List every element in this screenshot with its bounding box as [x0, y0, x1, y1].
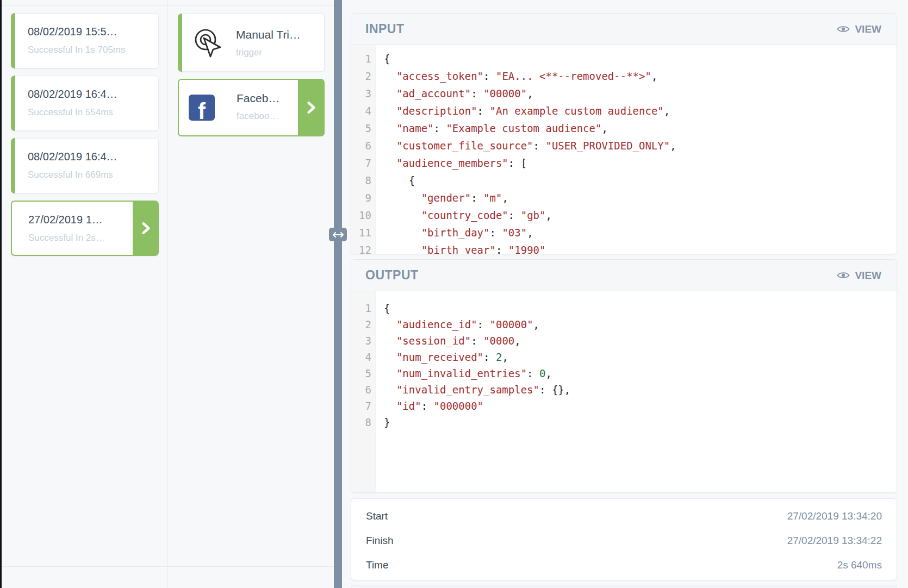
code-line: "num_received": 2, [384, 349, 570, 365]
line-number: 8 [351, 172, 371, 189]
line-number: 11 [351, 224, 371, 241]
line-number: 12 [351, 241, 371, 254]
chevron-right-icon [139, 221, 153, 235]
input-code-editor: 123456789101112 { "access_token": "EA...… [351, 45, 897, 254]
detail-value: 27/02/2019 13:34:22 [787, 535, 882, 547]
success-accent-bar [11, 138, 15, 193]
output-code-editor: 12345678 { "audience_id": "00000", "sess… [351, 291, 897, 493]
line-number: 1 [351, 300, 371, 316]
detail-value: 2s 640ms [837, 559, 882, 571]
code-line: { [384, 50, 676, 67]
input-panel-title: INPUT [365, 22, 405, 36]
line-number: 4 [351, 102, 371, 120]
output-line-number-gutter: 12345678 [351, 291, 376, 493]
code-line: "customer_file_source": "USER_PROVIDED_O… [384, 137, 676, 154]
line-number: 5 [351, 365, 371, 381]
line-number: 3 [351, 85, 371, 102]
execution-card[interactable]: 08/02/2019 16:4… Successful In 554ms [11, 76, 159, 131]
line-number: 1 [351, 50, 371, 67]
line-number: 7 [351, 398, 371, 414]
step-title: Faceb… [237, 92, 279, 105]
success-accent-bar [11, 76, 15, 131]
resize-horizontal-icon [332, 232, 344, 238]
input-line-number-gutter: 123456789101112 [351, 45, 376, 254]
code-line: } [384, 414, 570, 430]
execution-status: Successful In 669ms [28, 170, 113, 180]
execution-date: 08/02/2019 16:4… [28, 151, 117, 163]
execution-status: Successful In 2s… [28, 233, 105, 243]
input-code-content: { "access_token": "EA... <**--removed--*… [376, 45, 676, 254]
execution-open-chevron[interactable] [133, 201, 158, 255]
step-title: Manual Tri… [236, 28, 301, 41]
view-button-label: VIEW [855, 270, 881, 282]
detail-row-time: Time 2s 640ms [351, 553, 897, 577]
detail-label: Start [366, 510, 388, 522]
manual-trigger-icon [190, 26, 224, 60]
code-line: "access_token": "EA... <**--removed--**>… [384, 67, 676, 85]
top-divider-rule [2, 5, 334, 6]
execution-card[interactable]: 08/02/2019 16:4… Successful In 669ms [11, 138, 159, 193]
execution-card[interactable]: 08/02/2019 15:5… Successful In 1s 705ms [11, 13, 159, 68]
step-card-manual-trigger[interactable]: Manual Tri… trigger [178, 14, 325, 72]
panel-splitter-bar[interactable] [334, 0, 342, 588]
input-panel-header: INPUT VIEW [351, 14, 897, 45]
step-card-facebook[interactable]: f Faceb… faceboo… [178, 79, 325, 136]
execution-date: 08/02/2019 16:4… [28, 88, 117, 101]
line-number: 10 [351, 207, 371, 224]
next-panel-top-edge [351, 585, 897, 588]
line-number: 2 [351, 316, 371, 333]
code-line: "gender": "m", [384, 189, 676, 207]
execution-status: Successful In 1s 705ms [28, 45, 126, 55]
view-button-label: VIEW [855, 23, 881, 35]
code-line: "session_id": "0000, [384, 333, 570, 349]
code-line: { [384, 300, 570, 316]
eye-icon [837, 271, 850, 279]
execution-date: 08/02/2019 15:5… [28, 26, 117, 38]
code-line: "ad_account": "00000", [384, 85, 676, 102]
chevron-right-icon [304, 101, 318, 115]
success-accent-bar [178, 14, 182, 72]
detail-label: Time [366, 559, 389, 571]
code-line: "country_code": "gb", [384, 207, 676, 224]
detail-value: 27/02/2019 13:34:20 [787, 510, 882, 522]
code-line: "invalid_entry_samples": {}, [384, 381, 570, 398]
code-line: "birth_day": "03", [384, 224, 676, 241]
eye-icon [837, 25, 850, 33]
panel-splitter-handle[interactable] [329, 228, 347, 241]
code-line: "birth_year": "1990" [384, 241, 676, 254]
code-line: "id": "000000" [384, 398, 570, 414]
code-line: "num_invalid_entries": 0, [384, 365, 570, 381]
output-panel-title: OUTPUT [365, 268, 419, 283]
detail-label: Finish [366, 535, 394, 547]
success-accent-bar [11, 13, 15, 68]
detail-row-start: Start 27/02/2019 13:34:20 [351, 504, 897, 528]
output-panel: OUTPUT VIEW 12345678 { "audience_id": "0… [351, 259, 897, 493]
code-line: "description": "An example custom audien… [384, 102, 676, 120]
output-panel-header: OUTPUT VIEW [351, 260, 897, 291]
code-line: "name": "Example custom audience", [384, 120, 676, 137]
step-connector-name: trigger [236, 47, 262, 58]
line-number: 4 [351, 349, 371, 365]
line-number: 9 [351, 189, 371, 207]
line-number: 5 [351, 120, 371, 137]
code-line: { [384, 172, 676, 189]
input-panel: INPUT VIEW 123456789101112 { "access_tok… [351, 13, 897, 254]
step-connector-name: faceboo… [237, 111, 279, 122]
run-details-panel: Start 27/02/2019 13:34:20 Finish 27/02/2… [351, 498, 897, 580]
line-number: 7 [351, 154, 371, 172]
code-line: "audience_members": [ [384, 154, 676, 172]
input-view-button[interactable]: VIEW [837, 23, 881, 35]
output-code-content: { "audience_id": "00000", "session_id": … [376, 291, 570, 493]
execution-status: Successful In 554ms [28, 107, 113, 118]
execution-card-selected[interactable]: 27/02/2019 1… Successful In 2s… [11, 201, 159, 256]
detail-row-finish: Finish 27/02/2019 13:34:22 [351, 528, 897, 553]
line-number: 8 [351, 414, 371, 430]
line-number: 6 [351, 137, 371, 154]
output-view-button[interactable]: VIEW [837, 270, 881, 282]
bottom-divider-rule [2, 566, 334, 567]
line-number: 3 [351, 333, 371, 349]
execution-date: 27/02/2019 1… [28, 214, 103, 226]
line-number: 6 [351, 381, 371, 398]
line-number: 2 [351, 67, 371, 85]
step-open-chevron[interactable] [298, 79, 324, 136]
